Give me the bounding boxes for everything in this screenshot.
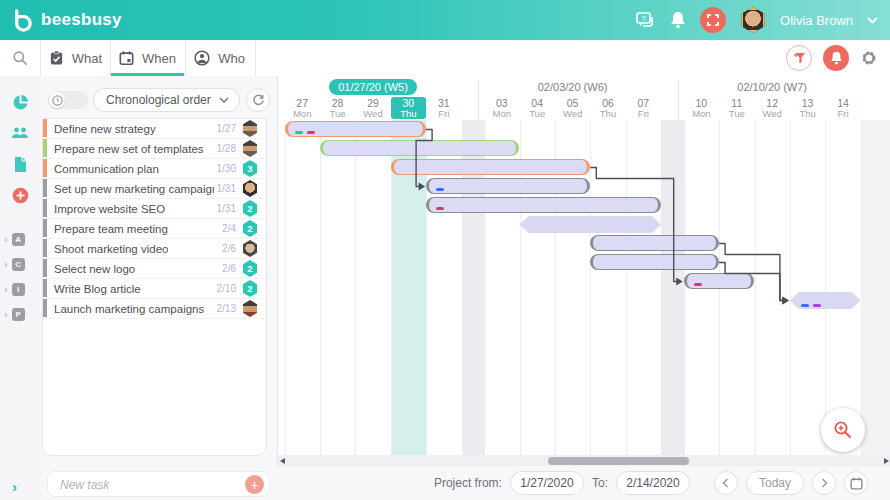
project-date-controls: Project from: To: Today [434, 471, 868, 495]
new-task-input[interactable] [58, 475, 232, 495]
tab-what[interactable]: What [41, 40, 110, 76]
connector-arrowhead [419, 183, 426, 191]
assignee-count-badge[interactable]: 3 [242, 160, 258, 177]
settings-gear-button[interactable] [860, 49, 878, 67]
alerts-button[interactable] [823, 45, 849, 71]
task-label: Communication plan [54, 163, 159, 175]
prev-period-button[interactable] [714, 471, 738, 495]
assignee-avatar[interactable] [242, 120, 258, 137]
tab-divider [255, 40, 256, 76]
select-chevron-down-icon [219, 97, 229, 103]
gantt-horizontal-scrollbar[interactable] [278, 455, 890, 466]
sidebar-project-i[interactable]: ›I [0, 279, 40, 299]
task-due-date: 2/6 [222, 243, 236, 254]
add-project-button[interactable] [0, 183, 40, 207]
task-accent-bar [43, 179, 47, 197]
task-row[interactable]: Prepare new set of templates1/28 [43, 139, 266, 159]
assignee-count-badge[interactable]: 2 [242, 200, 258, 217]
beesbusy-logo[interactable]: beesbusy [10, 8, 122, 33]
assignee-avatar[interactable] [242, 140, 258, 157]
dashboard-pie-button[interactable] [0, 90, 40, 114]
task-row[interactable]: Shoot marketing video2/6 [43, 239, 266, 259]
scrollbar-thumb[interactable] [548, 457, 689, 465]
filter-button[interactable] [786, 45, 812, 71]
person-icon [194, 50, 210, 66]
calendar-picker-button[interactable] [844, 471, 868, 495]
tabbar-right [786, 40, 878, 76]
fullscreen-button[interactable] [700, 7, 726, 33]
day-cell: 14Fri [825, 97, 860, 119]
notifications-bell-icon[interactable] [670, 11, 686, 29]
connector-line [719, 244, 783, 301]
connector-line [416, 130, 432, 187]
chevron-right-icon [821, 478, 828, 488]
scroll-left-arrow[interactable] [280, 458, 285, 464]
task-row[interactable]: Communication plan1/303 [43, 159, 266, 179]
task-label: Shoot marketing video [54, 243, 168, 255]
day-name: Thu [590, 109, 625, 119]
project-from-input[interactable] [510, 471, 584, 495]
task-due-date: 1/28 [217, 143, 236, 154]
day-name: Wed [355, 109, 390, 119]
assignee-count-badge[interactable]: 2 [242, 220, 258, 237]
project-expand-chevron-icon: › [4, 309, 8, 320]
assignee-avatar[interactable] [242, 180, 258, 197]
user-avatar[interactable] [740, 7, 766, 33]
assignee-avatar[interactable] [242, 300, 258, 317]
bottom-bar: + Project from: To: Today [40, 466, 890, 500]
calendar-small-icon [850, 477, 863, 490]
user-menu-chevron-down-icon[interactable] [867, 17, 878, 24]
refresh-icon [252, 94, 265, 107]
task-label: Write Blog article [54, 283, 141, 295]
filter-funnel-icon [793, 52, 806, 65]
sidebar-project-p[interactable]: ›P [0, 304, 40, 324]
tab-when[interactable]: When [111, 40, 184, 76]
calendar-icon [119, 50, 134, 66]
schedule-toggle[interactable] [48, 91, 88, 109]
team-members-button[interactable] [0, 121, 40, 145]
assignee-avatar[interactable] [242, 240, 258, 257]
task-row[interactable]: Write Blog article2/102 [43, 279, 266, 299]
refresh-button[interactable] [246, 88, 270, 112]
left-sidebar: ›A›C›I›P › [0, 76, 41, 500]
documents-button[interactable] [0, 152, 40, 176]
day-name: Wed [755, 109, 790, 119]
task-row[interactable]: Launch marketing campaigns2/13 [43, 299, 266, 319]
scroll-right-arrow[interactable] [884, 458, 889, 464]
task-due-date: 1/30 [217, 163, 236, 174]
search-button[interactable] [0, 40, 40, 76]
task-accent-bar [43, 139, 47, 157]
day-name: Tue [320, 109, 355, 119]
task-row[interactable]: Select new logo2/62 [43, 259, 266, 279]
day-name: Fri [825, 109, 860, 119]
assignee-count-badge[interactable]: 2 [242, 280, 258, 297]
task-row[interactable]: Define new strategy1/27 [43, 119, 266, 139]
day-cell: 13Thu [790, 97, 825, 119]
day-cell: 28Tue [320, 97, 355, 119]
user-name[interactable]: Olivia Brown [780, 13, 853, 28]
today-button[interactable]: Today [746, 471, 804, 495]
sidebar-expand-chevron[interactable]: › [12, 478, 17, 495]
task-label: Launch marketing campaigns [54, 303, 204, 315]
task-row[interactable]: Set up new marketing campaign1/31 [43, 179, 266, 199]
current-week-badge: 01/27/20 (W5) [329, 79, 417, 95]
sidebar-project-a[interactable]: ›A [0, 229, 40, 249]
task-accent-bar [43, 279, 47, 297]
next-period-button[interactable] [812, 471, 836, 495]
day-name: Mon [285, 109, 320, 119]
task-row[interactable]: Improve website SEO1/312 [43, 199, 266, 219]
tab-who[interactable]: Who [186, 40, 253, 76]
new-task-box: + [47, 471, 270, 497]
assignee-count-badge[interactable]: 2 [242, 260, 258, 277]
add-task-button[interactable]: + [245, 475, 264, 494]
project-to-input[interactable] [616, 471, 690, 495]
project-expand-chevron-icon: › [4, 259, 8, 270]
project-from-label: Project from: [434, 476, 502, 490]
day-cell: 10Mon [684, 97, 719, 119]
gantt-zoom-button[interactable] [821, 408, 865, 452]
task-row[interactable]: Prepare team meeting2/42 [43, 219, 266, 239]
help-chat-icon[interactable]: ? [635, 11, 656, 29]
sort-order-select[interactable]: Chronological order [93, 88, 240, 112]
sidebar-project-c[interactable]: ›C [0, 254, 40, 274]
project-initial-badge: A [12, 233, 25, 246]
